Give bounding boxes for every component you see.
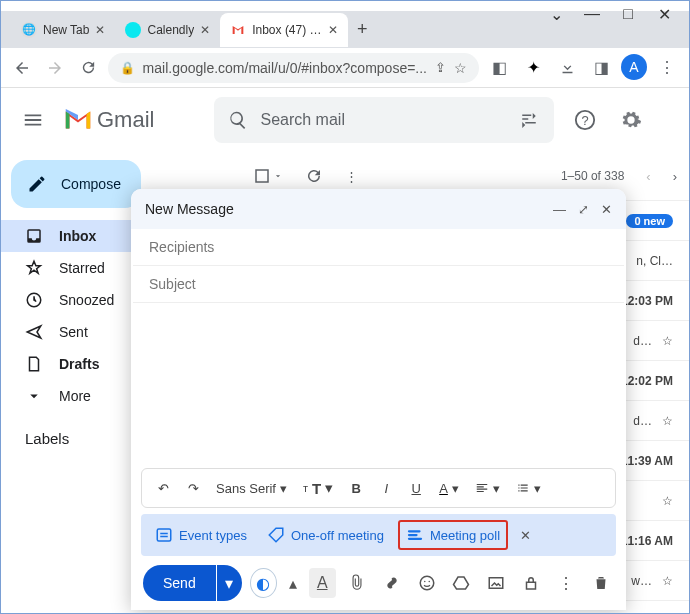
- star-icon[interactable]: ☆: [662, 494, 673, 508]
- tab-close-icon[interactable]: ✕: [200, 23, 210, 37]
- tab-label: New Tab: [43, 23, 89, 37]
- gmail-header: Gmail Search mail ?: [1, 88, 689, 152]
- font-select[interactable]: Sans Serif ▾: [210, 481, 293, 496]
- redo-button[interactable]: ↷: [180, 475, 206, 501]
- omnibox[interactable]: 🔒 mail.google.com/mail/u/0/#inbox?compos…: [108, 53, 479, 83]
- row-time: 12:02 PM: [621, 374, 673, 388]
- align-button[interactable]: ▾: [469, 481, 506, 496]
- format-toggle-button[interactable]: A: [309, 568, 336, 598]
- svg-text:?: ?: [581, 113, 588, 128]
- tab-close-icon[interactable]: ✕: [328, 23, 338, 37]
- svg-point-5: [420, 576, 434, 590]
- tab-calendly[interactable]: Calendly ✕: [115, 13, 220, 47]
- expand-icon[interactable]: ⤢: [578, 202, 589, 217]
- trash-icon[interactable]: [587, 568, 614, 598]
- link-icon[interactable]: [378, 568, 405, 598]
- size-select[interactable]: тT ▾: [297, 479, 339, 497]
- chrome-menu-icon[interactable]: ⋮: [653, 54, 681, 82]
- new-tab-button[interactable]: +: [348, 16, 376, 44]
- star-icon[interactable]: ☆: [662, 574, 673, 588]
- apps-icon[interactable]: [657, 100, 677, 140]
- color-button[interactable]: A ▾: [433, 481, 465, 496]
- compose-body[interactable]: [131, 303, 626, 468]
- tab-close-icon[interactable]: ✕: [95, 23, 105, 37]
- sidebar-item-label: Snoozed: [59, 292, 114, 308]
- emoji-icon[interactable]: [413, 568, 440, 598]
- compose-button[interactable]: Compose: [11, 160, 141, 208]
- app-icon[interactable]: ◧: [485, 54, 513, 82]
- url-text: mail.google.com/mail/u/0/#inbox?compose=…: [143, 60, 427, 76]
- select-checkbox[interactable]: [253, 167, 283, 185]
- row-time: 12:03 PM: [621, 294, 673, 308]
- sidepanel-icon[interactable]: ◨: [587, 54, 615, 82]
- calendly-icon[interactable]: ◐: [250, 568, 277, 598]
- compose-header[interactable]: New Message — ⤢ ✕: [131, 189, 626, 229]
- bookmark-star-icon[interactable]: ☆: [454, 60, 467, 76]
- downloads-icon[interactable]: [553, 54, 581, 82]
- inbox-icon: [25, 227, 43, 245]
- attach-icon[interactable]: [344, 568, 371, 598]
- globe-icon: 🌐: [21, 22, 37, 38]
- more-icon[interactable]: ⋮: [552, 568, 579, 598]
- star-icon[interactable]: ☆: [662, 414, 673, 428]
- close-icon[interactable]: ✕: [601, 202, 612, 217]
- svg-rect-4: [157, 529, 171, 541]
- url-row: 🔒 mail.google.com/mail/u/0/#inbox?compos…: [1, 48, 689, 88]
- prev-page-button[interactable]: ‹: [646, 169, 650, 184]
- back-button[interactable]: [9, 54, 36, 82]
- recipients-field[interactable]: Recipients: [133, 229, 624, 266]
- filters-icon[interactable]: [520, 110, 540, 130]
- meeting-poll-button[interactable]: Meeting poll: [398, 520, 508, 550]
- search-bar[interactable]: Search mail: [214, 97, 554, 143]
- send-button[interactable]: Send: [143, 565, 216, 601]
- window-dropdown-icon[interactable]: ⌄: [549, 7, 563, 21]
- menu-icon[interactable]: [13, 100, 53, 140]
- gmail-name: Gmail: [97, 107, 154, 133]
- calendly-close-icon[interactable]: ✕: [520, 528, 531, 543]
- maximize-icon[interactable]: □: [621, 7, 635, 21]
- reload-button[interactable]: [75, 54, 102, 82]
- undo-button[interactable]: ↶: [150, 475, 176, 501]
- star-icon: [25, 259, 43, 277]
- settings-icon[interactable]: [611, 100, 651, 140]
- subject-field[interactable]: Subject: [133, 266, 624, 303]
- italic-button[interactable]: I: [373, 475, 399, 501]
- share-icon[interactable]: ⇪: [435, 60, 446, 75]
- page-info: 1–50 of 338: [561, 169, 624, 183]
- calendar-list-icon: [155, 526, 173, 544]
- help-icon[interactable]: ?: [565, 100, 605, 140]
- event-types-button[interactable]: Event types: [149, 522, 253, 548]
- calendly-dropdown[interactable]: ▴: [285, 568, 301, 598]
- sidebar-item-label: Sent: [59, 324, 88, 340]
- pencil-icon: [27, 174, 47, 194]
- underline-button[interactable]: U: [403, 475, 429, 501]
- chevron-down-icon[interactable]: [273, 171, 283, 181]
- sidebar-item-label: Drafts: [59, 356, 99, 372]
- minimize-icon[interactable]: —: [585, 7, 599, 21]
- svg-rect-3: [256, 170, 268, 182]
- minimize-icon[interactable]: —: [553, 202, 566, 217]
- oneoff-meeting-button[interactable]: One-off meeting: [261, 522, 390, 548]
- gmail-logo[interactable]: Gmail: [63, 107, 154, 133]
- bold-button[interactable]: B: [343, 475, 369, 501]
- image-icon[interactable]: [483, 568, 510, 598]
- tab-gmail[interactable]: Inbox (47) - an ✕: [220, 13, 348, 47]
- tab-newtab[interactable]: 🌐 New Tab ✕: [11, 13, 115, 47]
- next-page-button[interactable]: ›: [673, 169, 677, 184]
- forward-button[interactable]: [42, 54, 69, 82]
- row-sub: d…: [633, 414, 652, 428]
- more-button[interactable]: ⋮: [345, 169, 358, 184]
- list-button[interactable]: ▾: [510, 481, 547, 496]
- star-icon[interactable]: ☆: [662, 334, 673, 348]
- extensions-icon[interactable]: ✦: [519, 54, 547, 82]
- new-badge: 0 new: [626, 214, 673, 228]
- close-icon[interactable]: ✕: [657, 7, 671, 21]
- lock-icon: 🔒: [120, 61, 135, 75]
- send-options-button[interactable]: ▾: [217, 565, 242, 601]
- drive-icon[interactable]: [448, 568, 475, 598]
- svg-point-6: [424, 581, 426, 583]
- confidential-icon[interactable]: [518, 568, 545, 598]
- profile-avatar[interactable]: A: [621, 54, 647, 80]
- svg-point-7: [428, 581, 430, 583]
- refresh-button[interactable]: [305, 167, 323, 185]
